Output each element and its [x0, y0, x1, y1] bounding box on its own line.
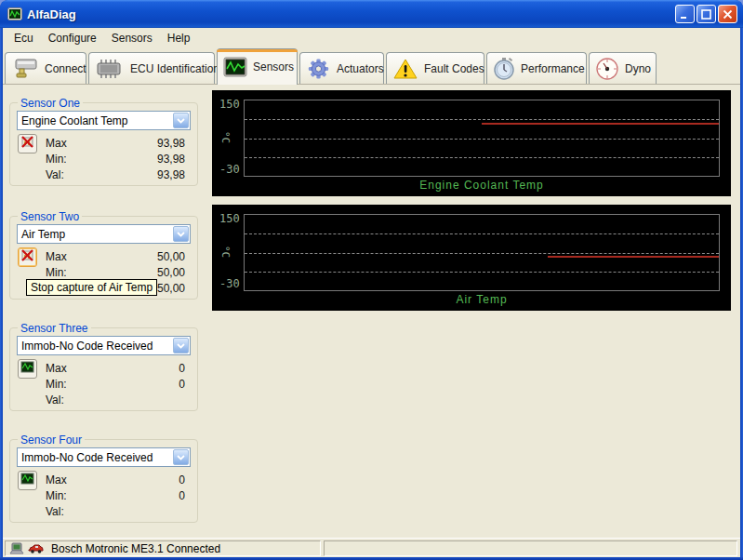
tab-actuators-label: Actuators: [337, 62, 384, 75]
menu-help[interactable]: Help: [160, 30, 198, 47]
sensor-four-selected: Immob-No Code Received: [18, 451, 172, 464]
y-axis-unit-label: °C: [219, 246, 232, 258]
tab-ecu-identification-label: ECU Identification: [130, 62, 219, 75]
connection-status-text: Bosch Motronic ME3.1 Connected: [47, 542, 220, 555]
min-row: Min: 50,00: [46, 264, 185, 280]
max-value: 50,00: [157, 250, 185, 263]
sensor-four-group: Sensor Four Immob-No Code Received Max: [9, 439, 198, 523]
maximize-button[interactable]: [697, 5, 716, 23]
val-label: Val:: [46, 393, 64, 407]
sensor-one-readings: Max 93,98 Min: 93,98 Val: 93,98: [46, 135, 185, 182]
tab-performance[interactable]: Performance: [486, 52, 587, 85]
window-border-left: [0, 28, 3, 560]
sensor-one-dropdown[interactable]: Engine Coolant Temp: [17, 111, 191, 130]
max-label: Max: [46, 250, 67, 263]
sensor-four-dropdown[interactable]: Immob-No Code Received: [17, 447, 191, 467]
tab-fault-codes[interactable]: Fault Codes: [386, 52, 484, 85]
app-icon: [7, 7, 22, 21]
plot-area: [244, 100, 720, 177]
stop-capture-icon: [20, 248, 34, 266]
min-row: Min: 0: [46, 487, 185, 503]
window-title: AlfaDiag: [27, 7, 675, 21]
sensor-three-dropdown[interactable]: Immob-No Code Received: [17, 336, 191, 355]
sensor-two-dropdown[interactable]: Air Temp: [17, 224, 191, 244]
gridline: [245, 233, 719, 234]
y-axis-max-tick: 150: [219, 212, 240, 225]
max-row: Max 93,98: [46, 135, 185, 151]
sensor-three-selected: Immob-No Code Received: [18, 340, 172, 353]
oscilloscope-icon: [223, 57, 247, 77]
chevron-down-icon[interactable]: [173, 338, 189, 353]
val-label: Val:: [46, 168, 64, 181]
val-label: Val:: [46, 505, 64, 518]
val-value: 93,98: [157, 168, 185, 181]
tab-actuators[interactable]: Actuators: [299, 52, 384, 85]
min-row: Min: 93,98: [46, 151, 185, 167]
val-row: Val: 93,98: [46, 167, 185, 182]
tab-ecu-identification[interactable]: ECU Identification: [88, 52, 215, 85]
sensor-three-readings: Max 0 Min: 0 Val:: [46, 360, 185, 407]
menubar: Ecu Configure Sensors Help: [3, 28, 740, 48]
start-capture-icon: [20, 360, 34, 378]
tab-strip: Connect ECU Identification: [3, 48, 740, 85]
tab-sensors[interactable]: Sensors: [217, 48, 298, 85]
min-value: 50,00: [157, 266, 185, 279]
plot-area: [244, 214, 720, 291]
tab-connect-label: Connect: [45, 62, 86, 75]
y-axis-unit-label: °C: [219, 131, 232, 143]
tab-connect[interactable]: Connect: [5, 52, 86, 85]
close-button[interactable]: [718, 5, 737, 23]
connector-icon: [11, 57, 39, 81]
min-label: Min:: [46, 266, 67, 279]
menu-ecu[interactable]: Ecu: [7, 30, 41, 47]
max-label: Max: [46, 362, 67, 375]
chip-icon: [95, 58, 125, 80]
sensor-three-capture-button[interactable]: [18, 359, 37, 379]
sensor-one-selected: Engine Coolant Temp: [18, 114, 172, 127]
sensor-one-group-label: Sensor One: [18, 97, 83, 110]
sensor-four-capture-button[interactable]: [18, 471, 37, 490]
chevron-down-icon[interactable]: [173, 113, 189, 128]
menu-configure[interactable]: Configure: [41, 30, 104, 47]
connection-status-cell: Bosch Motronic ME3.1 Connected: [5, 540, 321, 556]
gridline: [245, 157, 719, 158]
sensor-two-capture-button[interactable]: [18, 247, 37, 267]
tooltip: Stop capture of Air Temp: [26, 279, 157, 296]
sensor-four-readings: Max 0 Min: 0 Val:: [46, 472, 185, 519]
max-row: Max 0: [46, 472, 185, 487]
statusbar-spacer-cell: [324, 540, 737, 556]
sensor-one-group: Sensor One Engine Coolant Temp: [9, 102, 198, 186]
min-value: 0: [179, 378, 185, 391]
sensor-three-group-label: Sensor Three: [18, 322, 91, 335]
tab-dyno-label: Dyno: [625, 62, 651, 75]
chart-title: Air Temp: [244, 293, 720, 306]
sensor-three-group: Sensor Three Immob-No Code Received Max: [9, 327, 198, 411]
min-label: Min:: [46, 378, 67, 391]
car-icon: [28, 542, 44, 554]
gridline: [245, 272, 719, 273]
y-axis-min-tick: -30: [219, 163, 240, 176]
max-value: 0: [179, 362, 185, 375]
gridline: [245, 139, 719, 140]
menu-sensors[interactable]: Sensors: [104, 30, 160, 47]
gridline: [245, 119, 719, 120]
val-row: Val:: [46, 503, 185, 519]
max-value: 0: [179, 473, 185, 487]
computer-icon: [9, 542, 24, 555]
sensor-two-group-label: Sensor Two: [18, 210, 82, 223]
sensors-page: Sensor One Engine Coolant Temp: [3, 85, 740, 537]
minimize-button[interactable]: [675, 5, 695, 23]
tab-sensors-label: Sensors: [253, 60, 294, 73]
sensor-four-group-label: Sensor Four: [18, 433, 85, 447]
chevron-down-icon[interactable]: [173, 226, 189, 242]
sensor-one-capture-button[interactable]: [18, 134, 37, 153]
y-axis-min-tick: -30: [219, 277, 240, 290]
gauge-icon: [595, 57, 619, 81]
chevron-down-icon[interactable]: [173, 449, 189, 465]
max-row: Max 50,00: [46, 248, 185, 264]
tab-dyno[interactable]: Dyno: [589, 52, 657, 85]
warning-icon: [392, 58, 418, 80]
max-value: 93,98: [157, 137, 185, 150]
val-row: Val:: [46, 392, 185, 407]
max-label: Max: [46, 473, 67, 487]
